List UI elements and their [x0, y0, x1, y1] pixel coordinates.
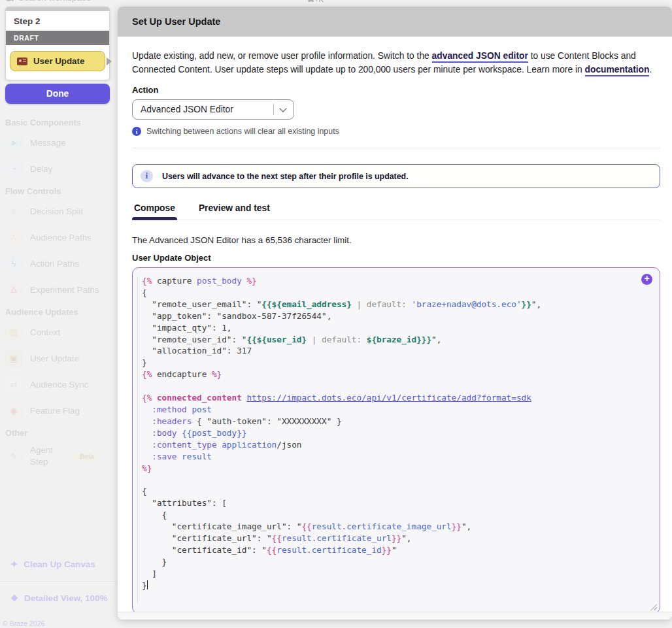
code-line: }	[142, 556, 650, 568]
panel-title: Set Up User Update	[118, 7, 672, 37]
chevron-down-icon	[279, 105, 286, 112]
sidebar-item-action-paths[interactable]: ϟAction Paths	[5, 255, 115, 273]
journey-canvas-page: Search workspace ⌘+K Step 2 DRAFT User U…	[0, 0, 672, 628]
description-segment: Update existing, add new, or remove user…	[132, 51, 432, 61]
sidebar-item-label: Decision Split	[30, 207, 83, 216]
send-icon: ➤	[5, 135, 22, 152]
dropdown-divider	[273, 104, 274, 115]
code-line: "certificate_url": "{{result.certificate…	[142, 533, 650, 544]
sidebar-item-audience-sync[interactable]: ⇄Audience Sync	[5, 376, 115, 393]
id-card-icon	[17, 58, 27, 65]
search-icon	[5, 0, 12, 1]
code-line: :method post	[142, 404, 650, 416]
code-line: ]	[142, 568, 650, 580]
tab-compose[interactable]: Compose	[132, 203, 177, 220]
code-line	[142, 474, 650, 486]
sidebar-divider	[0, 581, 118, 582]
sidebar-item-label: Context	[30, 327, 60, 337]
code-line: {	[142, 509, 650, 521]
code-line: "impact_qty": 1,	[142, 322, 650, 334]
component-sidebar: Basic Components➤Message◔DelayFlow Contr…	[5, 110, 115, 476]
detailed-view-toggle[interactable]: ❖ Detailed View, 100% ∧	[10, 593, 122, 603]
sidebar-item-label: Experiment Paths	[30, 285, 99, 295]
sidebar-item-label: Action Paths	[30, 259, 79, 269]
code-line: }	[142, 580, 650, 591]
user-update-node[interactable]: User Update	[10, 51, 105, 71]
node-label: User Update	[33, 56, 84, 66]
text-cursor	[147, 580, 148, 589]
sync-icon: ⇄	[5, 376, 22, 393]
add-personalization-button[interactable]: +	[641, 274, 652, 285]
document-icon: ▤	[5, 324, 22, 341]
compose-preview-tabs: ComposePreview and test	[132, 203, 660, 220]
indent-guide	[137, 276, 138, 604]
pencil-icon: ✎	[5, 448, 22, 465]
code-line: {	[142, 287, 650, 299]
code-line: "attributes": [	[142, 497, 650, 509]
code-line: }	[142, 357, 650, 369]
tab-preview-and-test[interactable]: Preview and test	[197, 203, 272, 220]
code-line: :body {{post_body}}	[142, 427, 650, 439]
action-label: Action	[132, 85, 660, 95]
editor-code[interactable]: {% capture post_body %}{ "remote_user_em…	[142, 275, 650, 591]
code-line: {	[142, 486, 650, 497]
resize-handle[interactable]	[650, 604, 657, 610]
code-line: :save result	[142, 451, 650, 463]
info-icon: i	[141, 170, 153, 182]
section-divider	[132, 148, 660, 148]
beta-badge: Beta	[73, 451, 101, 462]
sidebar-item-feature-flag[interactable]: ◉Feature Flag	[5, 402, 115, 420]
wand-icon: ✦	[10, 559, 18, 569]
layers-icon: ❖	[10, 593, 18, 603]
code-line: {% capture post_body %}	[142, 275, 650, 287]
sidebar-item-label: User Update	[30, 354, 79, 363]
sidebar-item-experiment-paths[interactable]: ∆Experiment Paths	[5, 281, 115, 299]
advanced-json-editor-link[interactable]: advanced JSON editor	[432, 51, 528, 63]
id-card-icon: ▣	[5, 350, 22, 367]
documentation-link[interactable]: documentation	[585, 65, 650, 76]
char-limit-text: The Advanced JSON Editor has a 65,536 ch…	[132, 235, 660, 245]
sidebar-item-label: Message	[30, 138, 65, 148]
step-title: Step 2	[6, 11, 109, 31]
sidebar-item-delay[interactable]: ◔Delay	[5, 160, 115, 178]
sidebar-item-decision-split[interactable]: ⋔Decision Split	[5, 203, 115, 220]
info-icon: i	[132, 127, 141, 136]
code-line: "remote_user_id": "{{${user_id} | defaul…	[142, 334, 650, 346]
code-line: "remote_user_email": "{{${email_address}…	[142, 299, 650, 310]
sidebar-item-message[interactable]: ➤Message	[5, 134, 115, 152]
bolt-icon: ϟ	[5, 256, 22, 273]
sidebar-section-header: Basic Components	[5, 118, 115, 127]
copyright-text: © Braze 2026	[3, 620, 44, 627]
clean-up-canvas-button[interactable]: ✦ Clean Up Canvas	[10, 559, 95, 569]
sidebar-item-label: Delay	[30, 164, 52, 174]
step-card: Step 2 DRAFT User Update	[5, 7, 110, 80]
people-icon: ∴	[5, 229, 22, 246]
workspace-search-bar[interactable]: Search workspace	[5, 0, 345, 7]
done-button[interactable]: Done	[5, 84, 110, 104]
clock-icon: ◔	[5, 161, 22, 178]
panel-footer	[118, 612, 672, 620]
code-line: {% endcapture %}	[142, 369, 650, 380]
setup-user-update-panel: Set Up User Update Update existing, add …	[118, 7, 672, 620]
banner-text: Users will advance to the next step afte…	[162, 172, 409, 181]
sidebar-section-header: Flow Controls	[5, 186, 115, 196]
json-editor[interactable]: {% capture post_body %}{ "remote_user_em…	[132, 267, 660, 614]
action-selected-value: Advanced JSON Editor	[141, 105, 233, 114]
code-line	[142, 380, 650, 392]
sidebar-item-user-update[interactable]: ▣User Update	[5, 350, 115, 367]
sidebar-item-label: Audience Paths	[30, 233, 92, 242]
code-line: "certificate_image_url": "{{result.certi…	[142, 521, 650, 533]
sidebar-item-context[interactable]: ▤Context	[5, 323, 115, 341]
action-select[interactable]: Advanced JSON Editor	[132, 99, 294, 120]
info-banner: i Users will advance to the next step af…	[132, 164, 660, 188]
node-connector-handle[interactable]	[107, 58, 112, 65]
sidebar-item-label: Feature Flag	[30, 406, 80, 416]
sidebar-item-audience-paths[interactable]: ∴Audience Paths	[5, 229, 115, 246]
sidebar-item-agent-step[interactable]: ✎Agent StepBeta	[5, 444, 115, 468]
description-text: Update existing, add new, or remove user…	[132, 49, 660, 76]
toggle-icon: ◉	[5, 403, 22, 420]
draft-status-badge: DRAFT	[6, 31, 109, 45]
code-line: "app_token": "sandbox-587-37f26544",	[142, 310, 650, 322]
code-line: :content_type application/json	[142, 439, 650, 451]
code-line: "certificate_id": "{{result.certificate_…	[142, 544, 650, 556]
